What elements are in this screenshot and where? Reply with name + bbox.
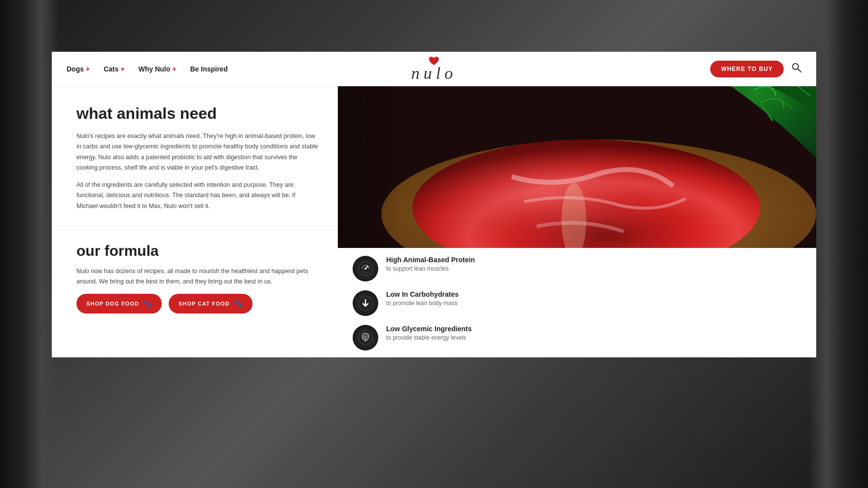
nav-be-inspired[interactable]: Be Inspired <box>190 65 227 73</box>
shop-dog-food-button[interactable]: SHOP DOG FOOD 🐾 <box>76 294 162 314</box>
feature-glycemic-subtitle: to provide stable energy levels <box>386 334 801 341</box>
animals-section: what animals need Nulo's recipes are exa… <box>52 86 338 230</box>
search-button[interactable] <box>792 63 801 75</box>
feature-glycemic: Low Glycemic Ingredients to provide stab… <box>353 325 801 350</box>
nav-left: Dogs+ Cats+ Why Nulo+ Be Inspired <box>67 65 228 73</box>
features-panel: 0 ● High Animal-Based Protein to support… <box>338 248 816 357</box>
right-panel: 0 ● High Animal-Based Protein to support… <box>338 86 816 357</box>
svg-point-0 <box>793 64 798 70</box>
feature-glycemic-title: Low Glycemic Ingredients <box>386 325 801 333</box>
feature-protein-subtitle: to support lean muscles <box>386 265 801 272</box>
speedometer-icon: 0 ● <box>357 260 374 277</box>
meat-image-container <box>338 86 816 248</box>
nav-cats[interactable]: Cats+ <box>104 65 125 73</box>
svg-rect-10 <box>338 86 400 248</box>
animals-title: what animals need <box>76 105 318 122</box>
shop-cat-food-button[interactable]: SHOP CAT FOOD 🐾 <box>169 294 253 314</box>
where-to-buy-button[interactable]: WHERE TO BUY <box>710 61 784 77</box>
feature-protein-title: High Animal-Based Protein <box>386 256 801 264</box>
navbar: Dogs+ Cats+ Why Nulo+ Be Inspired nulo W… <box>52 52 816 86</box>
feature-carbs-subtitle: to promote lean body mass <box>386 300 801 307</box>
formula-text: Nulo now has dozens of recipes, all made… <box>76 266 318 287</box>
arrow-down-icon <box>357 295 374 312</box>
feature-carbs-title: Low In Carbohydrates <box>386 290 801 298</box>
nav-right: WHERE TO BUY <box>710 61 801 77</box>
protein-icon: 0 ● <box>353 256 378 281</box>
formula-title: our formula <box>76 243 318 259</box>
shop-buttons: SHOP DOG FOOD 🐾 SHOP CAT FOOD 🐾 <box>76 294 318 314</box>
feature-glycemic-text: Low Glycemic Ingredients to provide stab… <box>386 325 801 341</box>
logo-heart-icon <box>428 56 440 66</box>
logo[interactable]: nulo <box>411 56 457 82</box>
nav-why-nulo[interactable]: Why Nulo+ <box>139 65 177 73</box>
svg-text:●: ● <box>367 271 368 274</box>
feature-carbs: Low In Carbohydrates to promote lean bod… <box>353 290 801 316</box>
feature-protein: 0 ● High Animal-Based Protein to support… <box>353 256 801 281</box>
svg-text:0: 0 <box>363 271 364 274</box>
bg-fur-left <box>0 0 59 488</box>
search-icon <box>792 63 801 72</box>
nav-dogs[interactable]: Dogs+ <box>67 65 90 73</box>
leaf-icon <box>357 329 374 346</box>
left-panel: what animals need Nulo's recipes are exa… <box>52 86 338 357</box>
animals-para2: All of the ingredients are carefully sel… <box>76 180 318 211</box>
carbs-icon <box>353 290 378 316</box>
svg-point-13 <box>364 268 366 270</box>
svg-line-1 <box>798 69 801 72</box>
glycemic-icon <box>353 325 378 350</box>
formula-section: our formula Nulo now has dozens of recip… <box>52 230 338 329</box>
main-card: Dogs+ Cats+ Why Nulo+ Be Inspired nulo W… <box>52 52 816 357</box>
bg-fur-right <box>809 0 868 488</box>
meat-image <box>338 86 816 248</box>
cat-paw-icon: 🐾 <box>234 300 243 308</box>
dog-paw-icon: 🐾 <box>143 300 152 308</box>
animals-para1: Nulo's recipes are exactly what animals … <box>76 131 318 173</box>
feature-protein-text: High Animal-Based Protein to support lea… <box>386 256 801 272</box>
feature-carbs-text: Low In Carbohydrates to promote lean bod… <box>386 290 801 307</box>
